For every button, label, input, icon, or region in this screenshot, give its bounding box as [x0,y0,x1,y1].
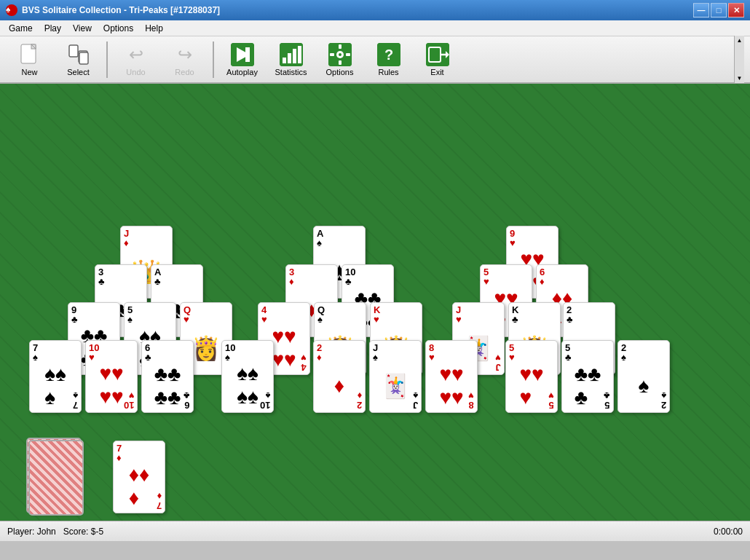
card-7s[interactable]: 7 ♠ ♠♠♠ 7♠ [29,340,82,413]
separator-1 [106,42,108,78]
deck[interactable] [29,441,82,513]
svg-rect-17 [339,44,342,49]
menu-bar: Game Play View Options Help [0,20,750,36]
options-icon [328,43,352,66]
autoplay-label: Autoplay [226,68,258,76]
minimize-button[interactable]: — [693,3,709,17]
card-5c[interactable]: 5 ♣ ♣♣♣ 5♣ [561,340,614,413]
select-label: Select [67,68,90,76]
svg-rect-18 [339,60,342,65]
card-8h[interactable]: 8 ♥ ♥♥♥♥ 8♥ [425,340,478,413]
exit-button[interactable]: Exit [414,39,461,80]
menu-game[interactable]: Game [3,22,39,35]
svg-rect-3 [69,45,78,57]
options-label: Options [326,68,354,76]
svg-marker-8 [245,47,250,62]
rules-button[interactable]: ? Rules [365,39,412,80]
rules-icon: ? [377,43,400,66]
new-label: New [21,68,37,76]
redo-label: Redo [175,68,194,76]
card-js[interactable]: J ♠ 🃏 J♠ [369,340,422,413]
card-suit: ♦ [124,238,169,248]
new-icon [18,43,42,66]
card-2s[interactable]: 2 ♠ ♠ 2♠ [617,340,670,413]
rules-label: Rules [378,68,398,76]
exit-label: Exit [430,68,443,76]
undo-label: Undo [126,68,145,76]
title-bar: ♠ BVS Solitaire Collection - Tri-Peaks [… [0,0,750,20]
menu-view[interactable]: View [67,22,98,35]
statistics-label: Statistics [275,68,307,76]
svg-rect-11 [288,53,291,63]
toolbar: New Select ↩ Undo ↪ Redo A [0,36,750,84]
svg-rect-10 [283,58,286,63]
select-icon [67,43,90,66]
app-icon: ♠ [6,4,17,16]
card-6c[interactable]: 6 ♣ ♣♣♣♣ 6♣ [141,340,194,413]
svg-text:?: ? [384,47,392,63]
menu-options[interactable]: Options [98,22,139,35]
autoplay-icon [231,43,254,66]
statistics-button[interactable]: Statistics [267,39,315,80]
maximize-button[interactable]: □ [711,3,727,17]
svg-point-16 [339,53,342,56]
svg-rect-13 [298,46,301,63]
svg-rect-20 [346,53,350,56]
close-button[interactable]: ✕ [728,3,744,17]
statistics-icon [280,43,303,66]
menu-play[interactable]: Play [39,22,67,35]
score-value: $-5 [91,527,103,537]
card-10h[interactable]: 10 ♥ ♥♥♥♥♥♥ 10♥ [85,340,138,413]
svg-rect-5 [79,52,88,64]
redo-icon: ↪ [173,43,197,66]
player-label: Player: [7,527,34,537]
card-10s[interactable]: 10 ♠ ♠♠♠♠♠♠ 10♠ [221,340,274,413]
status-bar: Player: John Score: $-5 0:00:00 [0,521,750,541]
game-area[interactable]: J ♦ 👑 J♦ A ♠ ♠ A♠ 9 ♥ ♥♥♥♥♥ 9♥ 3 ♣ ♣ 3♣ … [0,84,750,521]
options-button[interactable]: Options [316,39,363,80]
card-2d[interactable]: 2 ♦ ♦ 2♦ [313,340,366,413]
select-button[interactable]: Select [55,39,102,80]
window-controls: — □ ✕ [693,3,744,17]
exit-icon [426,43,449,66]
svg-rect-19 [330,53,334,56]
redo-button[interactable]: ↪ Redo [161,39,208,80]
window-title: BVS Solitaire Collection - Tri-Peaks [#1… [22,5,693,15]
autoplay-button[interactable]: Autoplay [218,39,266,80]
card-rank: J [124,229,169,238]
player-name: John [37,527,56,537]
new-button[interactable]: New [6,39,53,80]
svg-rect-12 [293,49,296,63]
menu-help[interactable]: Help [139,22,169,35]
card-5h-r4[interactable]: 5 ♥ ♥♥♥ 5♥ [505,340,558,413]
separator-2 [213,42,214,78]
toolbar-scroll[interactable]: ▲ ▼ [734,36,744,83]
undo-icon: ↩ [125,43,148,66]
game-timer: 0:00:00 [714,527,743,537]
undo-button[interactable]: ↩ Undo [112,39,159,80]
waste-card[interactable]: 7 ♦ ♦♦♦ 7♦ [113,441,165,513]
score-label: Score: [63,527,89,537]
